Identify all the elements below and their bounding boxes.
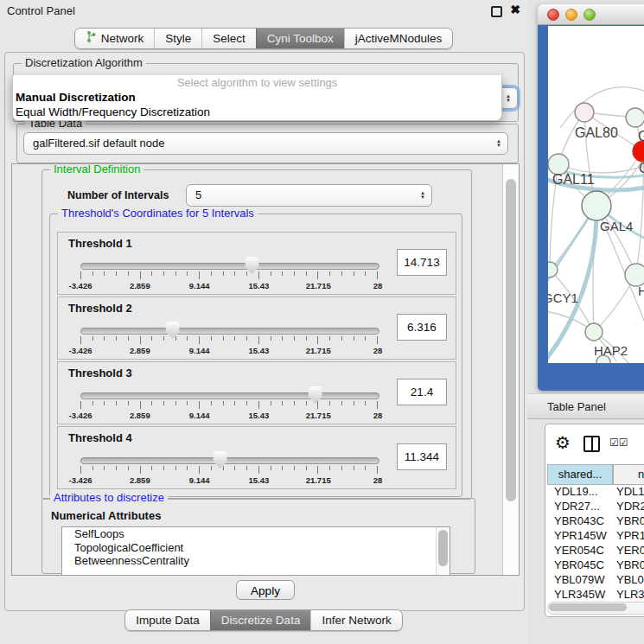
gear-icon[interactable]: ⚙ [555,432,571,453]
dropdown-prompt-item[interactable]: Select algorithm to view settings [13,75,501,90]
cell-name[interactable]: YPR1 [616,529,644,542]
scrollbar-thumb[interactable] [549,603,627,611]
number-of-intervals-spinner[interactable]: 5 ▲▼ [186,184,432,207]
tick-mark [341,336,342,341]
threshold-value-field[interactable]: 11.344 [397,443,447,470]
tick-mark [341,466,342,470]
slider-track[interactable] [80,328,379,335]
cell-shared-name[interactable]: YER054C [554,544,604,557]
tab-style[interactable]: Style [154,29,201,48]
bottom-tab-infer-network[interactable]: Infer Network [310,610,401,630]
vertical-scrollbar[interactable] [502,164,519,575]
threshold-value-field[interactable]: 21.4 [397,379,447,405]
column-header-name[interactable]: na [613,464,644,485]
tick-label: 15.43 [249,411,270,420]
thresholds-group: Threshold's Coordinates for 5 Intervals … [49,214,462,497]
cell-name[interactable]: YDR2 [616,500,644,513]
cell-name[interactable]: YLR3 [616,588,644,601]
cell-name[interactable]: YBL0 [616,573,644,586]
network-canvas[interactable]: GAL80GAGAL11CGAL4GCY1HHAP2 [548,26,644,363]
tick-mark [246,336,247,341]
tick-label: 9.144 [189,346,210,355]
tick-mark [92,466,93,470]
slider-track[interactable] [80,263,379,270]
cell-shared-name[interactable]: YBL079W [554,573,605,586]
cyni-toolbox-panel: Discretization Algorithm ▲▼ Select algor… [4,52,525,611]
slider-track[interactable] [80,457,379,464]
node-gal4[interactable] [582,191,611,220]
tab-network[interactable]: Network [75,29,155,48]
node-gcy1[interactable] [548,262,558,277]
bottom-tab-impute-data[interactable]: Impute Data [125,610,210,630]
table-row[interactable]: YBR043CYBR0 [547,514,644,529]
dropdown-option-equal-width-frequency[interactable]: Equal Width/Frequency Discretization [13,105,501,119]
minimize-traffic-light-icon[interactable] [565,9,577,21]
select-columns-icon[interactable]: ☑☑ [609,437,628,449]
list-vertical-scrollbar[interactable] [436,527,450,576]
table-row[interactable]: YDR27...YDR2 [547,500,644,514]
apply-button[interactable]: Apply [236,580,295,600]
table-row[interactable]: YDL19...YDL1 [547,485,644,500]
cell-shared-name[interactable]: YPR145W [554,529,607,542]
segmented-control: NetworkStyleSelectCyni ToolboxjActiveMNo… [74,28,454,49]
table-row[interactable]: YLR345WYLR3 [547,588,644,603]
tick-mark [223,336,224,341]
table-row[interactable]: YBL079WYBL0 [547,573,644,588]
list-item-betweennesscentrality[interactable]: BetweennessCentrality [62,554,450,568]
node-hap2[interactable] [585,323,603,341]
close-icon[interactable]: ✖ [510,3,520,16]
list-item-topologicalcoefficient[interactable]: TopologicalCoefficient [62,541,450,555]
cell-shared-name[interactable]: YBR045C [554,558,604,571]
bottom-tab-infer-network-label: Infer Network [322,610,391,630]
node-red-selected[interactable] [633,141,644,162]
tick-mark [140,466,141,474]
table-row[interactable]: YBR045CYBR0 [547,558,644,573]
tick-mark [234,401,235,405]
threshold-value-field[interactable]: 6.316 [397,314,447,341]
dropdown-option-manual-discretization[interactable]: Manual Discretization [13,90,501,105]
tab-select[interactable]: Select [201,29,256,48]
cell-name[interactable]: YBR0 [616,558,644,571]
cell-name[interactable]: YBR0 [616,514,644,527]
cell-name[interactable]: YER0 [616,544,644,557]
tick-label: 2.859 [130,475,150,485]
scrollbar-thumb[interactable] [506,179,516,501]
table-row[interactable]: YER054CYER0 [547,544,644,558]
list-item-selfloops[interactable]: SelfLoops [62,527,450,541]
tick-mark [306,336,307,341]
slider-track[interactable] [80,392,379,399]
tick-mark [211,401,212,405]
tick-label: 21.715 [306,346,331,355]
zoom-traffic-light-icon[interactable] [583,9,596,21]
node-gal80[interactable] [575,103,594,122]
cell-shared-name[interactable]: YBR043C [554,514,604,527]
network-window-titlebar[interactable] [538,4,644,25]
tick-mark [271,466,271,470]
tick-mark [187,271,188,276]
tick-mark [211,336,212,341]
scrollbar-thumb[interactable] [438,530,448,566]
cell-shared-name[interactable]: YDL19... [554,485,598,498]
tab-cyni-toolbox[interactable]: Cyni Toolbox [256,29,344,48]
bottom-tab-discretize-data[interactable]: Discretize Data [210,610,311,630]
threshold-value-field[interactable]: 14.713 [397,249,447,276]
horizontal-scrollbar[interactable] [547,602,644,615]
table-data-combobox[interactable]: galFiltered.sif default node ▲▼ [23,132,508,155]
column-header-shared-name[interactable]: shared... [547,464,613,485]
table-row[interactable]: YPR145WYPR1 [547,529,644,544]
tick-mark [258,271,259,279]
close-traffic-light-icon[interactable] [547,9,559,21]
float-window-icon[interactable] [491,6,502,17]
tick-mark [80,271,81,279]
columns-icon[interactable] [583,436,600,452]
segmented-control: Impute DataDiscretize DataInfer Network [124,609,402,631]
tab-jactivemnodules[interactable]: jActiveMNodules [344,29,453,48]
threshold-label: Threshold 1 [68,237,132,250]
cell-shared-name[interactable]: YDR27... [554,500,600,513]
tick-label: -3.426 [69,346,92,355]
cell-shared-name[interactable]: YLR345W [554,588,605,601]
numerical-attributes-list[interactable]: SelfLoopsTopologicalCoefficientBetweenne… [61,526,450,576]
cell-name[interactable]: YDL1 [616,485,644,498]
node-label-gcy1: GCY1 [548,290,578,305]
node-upper-right[interactable] [626,108,644,127]
